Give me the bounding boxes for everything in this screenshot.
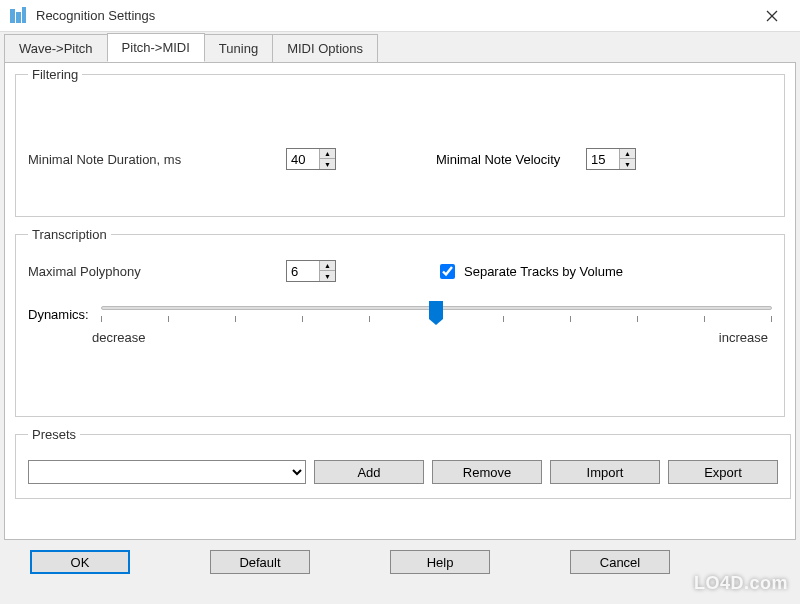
remove-button[interactable]: Remove (432, 460, 542, 484)
presets-group: Presets Add Remove Import Export (15, 427, 791, 499)
filtering-legend: Filtering (28, 67, 82, 82)
tab-strip: Wave->Pitch Pitch->MIDI Tuning MIDI Opti… (0, 32, 800, 62)
separate-tracks-label: Separate Tracks by Volume (464, 264, 623, 279)
separate-tracks-checkbox-wrap[interactable]: Separate Tracks by Volume (436, 261, 623, 282)
dynamics-slider[interactable] (101, 306, 772, 322)
dynamics-min-label: decrease (92, 330, 145, 345)
spin-down-icon[interactable]: ▼ (320, 159, 335, 169)
dynamics-max-label: increase (719, 330, 768, 345)
slider-thumb[interactable] (429, 301, 443, 319)
svg-rect-0 (10, 9, 15, 23)
spin-down-icon[interactable]: ▼ (620, 159, 635, 169)
spin-up-icon[interactable]: ▲ (620, 149, 635, 159)
import-button[interactable]: Import (550, 460, 660, 484)
spin-up-icon[interactable]: ▲ (320, 149, 335, 159)
tab-content: Filtering Minimal Note Duration, ms ▲ ▼ … (4, 62, 796, 540)
max-polyphony-spinbox[interactable]: ▲ ▼ (286, 260, 336, 282)
tab-midi-options[interactable]: MIDI Options (272, 34, 378, 62)
min-duration-input[interactable] (287, 149, 319, 169)
spin-down-icon[interactable]: ▼ (320, 271, 335, 281)
min-duration-label: Minimal Note Duration, ms (28, 152, 268, 167)
tab-tuning[interactable]: Tuning (204, 34, 273, 62)
svg-rect-1 (16, 12, 21, 23)
cancel-button[interactable]: Cancel (570, 550, 670, 574)
spin-up-icon[interactable]: ▲ (320, 261, 335, 271)
filtering-group: Filtering Minimal Note Duration, ms ▲ ▼ … (15, 67, 785, 217)
presets-legend: Presets (28, 427, 80, 442)
min-duration-spinbox[interactable]: ▲ ▼ (286, 148, 336, 170)
svg-rect-2 (22, 7, 26, 23)
window-title: Recognition Settings (36, 8, 752, 23)
default-button[interactable]: Default (210, 550, 310, 574)
max-polyphony-label: Maximal Polyphony (28, 264, 268, 279)
help-button[interactable]: Help (390, 550, 490, 574)
tab-pitch-midi[interactable]: Pitch->MIDI (107, 33, 205, 62)
ok-button[interactable]: OK (30, 550, 130, 574)
dialog-buttons: OK Default Help Cancel (0, 540, 800, 574)
export-button[interactable]: Export (668, 460, 778, 484)
separate-tracks-checkbox[interactable] (440, 264, 455, 279)
watermark: LO4D.com (694, 573, 788, 594)
close-button[interactable] (752, 2, 792, 30)
tab-wave-pitch[interactable]: Wave->Pitch (4, 34, 108, 62)
add-button[interactable]: Add (314, 460, 424, 484)
min-velocity-input[interactable] (587, 149, 619, 169)
max-polyphony-input[interactable] (287, 261, 319, 281)
close-icon (766, 10, 778, 22)
app-icon (8, 6, 28, 26)
presets-select[interactable] (28, 460, 306, 484)
transcription-group: Transcription Maximal Polyphony ▲ ▼ Sepa… (15, 227, 785, 417)
min-velocity-spinbox[interactable]: ▲ ▼ (586, 148, 636, 170)
dynamics-label: Dynamics: (28, 307, 89, 322)
transcription-legend: Transcription (28, 227, 111, 242)
min-velocity-label: Minimal Note Velocity (436, 152, 586, 167)
titlebar: Recognition Settings (0, 0, 800, 32)
dialog-window: Recognition Settings Wave->Pitch Pitch->… (0, 0, 800, 604)
